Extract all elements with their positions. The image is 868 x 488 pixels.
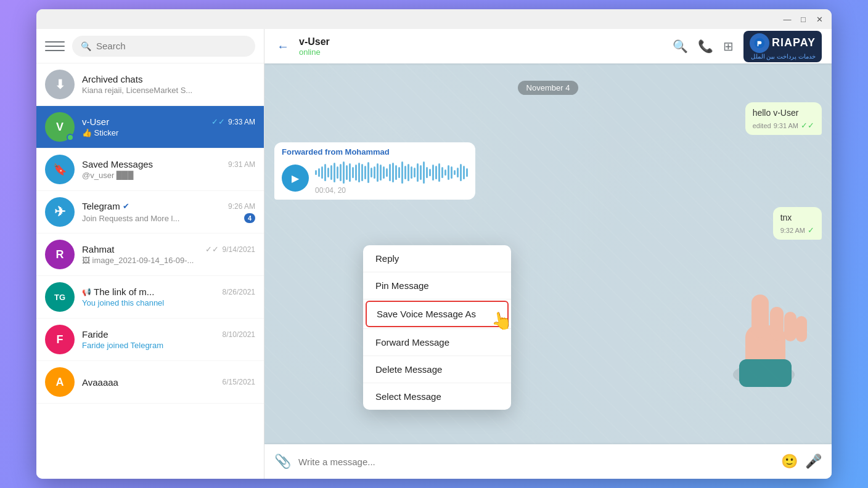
- unread-badge-telegram: 4: [244, 213, 255, 223]
- search-icon: 🔍: [81, 41, 91, 51]
- emoji-button[interactable]: 🙂: [781, 453, 798, 470]
- app-body: 🔍 ⬇ Archived chats Kiana rejaii, License…: [36, 29, 832, 479]
- chat-info-avaaaaa: Avaaaaa 6/15/2021: [82, 377, 255, 388]
- chat-preview-rahmat: 🖼 image_2021-09-14_16-09-...: [82, 256, 255, 265]
- waveform: [315, 161, 468, 184]
- message-input[interactable]: [298, 457, 774, 467]
- chat-item-avaaaaa[interactable]: A Avaaaaa 6/15/2021: [36, 361, 264, 404]
- chat-preview-vuser: 👍 Sticker: [82, 128, 255, 137]
- bubble-check-1: ✓✓: [801, 121, 814, 130]
- message-row-1: hello v-User edited 9:31 AM ✓✓: [274, 102, 822, 135]
- avatar-rahmat: R: [45, 240, 75, 269]
- chat-info-saved: Saved Messages 9:31 AM @v_user ███: [82, 159, 255, 180]
- chat-item-archived[interactable]: ⬇ Archived chats Kiana rejaii, LicenseMa…: [36, 63, 264, 106]
- bubble-1[interactable]: hello v-User edited 9:31 AM ✓✓: [745, 102, 822, 135]
- avatar-faride: F: [45, 325, 75, 354]
- riapay-subtitle: خدمات پرداخت بین الملل: [751, 53, 816, 60]
- svg-rect-5: [784, 312, 796, 341]
- chat-preview-tgchannel: You joined this channel: [82, 298, 255, 307]
- thumb-sticker: [714, 276, 813, 401]
- chat-item-telegram[interactable]: ✈ Telegram ✔ 9:26 AM Join Requests and M…: [36, 191, 264, 234]
- riapay-top: RIAPAY: [750, 33, 816, 53]
- chat-header-name: v-User: [299, 36, 665, 47]
- chat-info-telegram: Telegram ✔ 9:26 AM Join Requests and Mor…: [82, 201, 255, 223]
- bubble-2[interactable]: Forwarded from Mohammad ▶: [274, 142, 475, 200]
- date-badge: November 4: [274, 81, 822, 95]
- hamburger-button[interactable]: [45, 36, 65, 56]
- chat-item-rahmat[interactable]: R Rahmat ✓✓ 9/14/2021 🖼 image_2021-09-14…: [36, 234, 264, 276]
- chat-preview-archived: Kiana rejaii, LicenseMarket S...: [82, 86, 255, 95]
- message-row-2: Forwarded from Mohammad ▶: [274, 142, 822, 200]
- chat-item-saved[interactable]: 🔖 Saved Messages 9:31 AM @v_user ███: [36, 148, 264, 191]
- date-pill: November 4: [518, 81, 579, 95]
- call-button[interactable]: 📞: [698, 39, 713, 54]
- context-menu-reply[interactable]: Reply: [363, 245, 511, 272]
- svg-rect-4: [770, 307, 784, 341]
- chat-info-archived: Archived chats Kiana rejaii, LicenseMark…: [82, 74, 255, 95]
- search-chat-button[interactable]: 🔍: [673, 39, 688, 54]
- chat-info-vuser: v-User ✓✓ 9:33 AM 👍 Sticker: [82, 116, 255, 137]
- chat-header: ← v-User online 🔍 📞 ⊞: [264, 29, 832, 63]
- context-menu-save-voice[interactable]: Save Voice Message As 👆: [366, 301, 509, 327]
- context-menu: Reply Pin Message Save Voice Message As …: [363, 245, 511, 410]
- svg-rect-3: [751, 295, 769, 338]
- input-bar: 📎 🙂 🎤: [264, 444, 832, 479]
- bubble-text-3: tnx: [780, 213, 792, 222]
- riapay-icon: [750, 33, 769, 53]
- chat-time-tgchannel: 8/26/2021: [223, 288, 255, 296]
- avatar-saved: 🔖: [45, 155, 75, 184]
- voice-duration: 00:04, 20: [315, 186, 468, 195]
- chat-header-status: online: [299, 47, 665, 57]
- titlebar: — □ ✕: [36, 9, 832, 29]
- search-input[interactable]: [96, 41, 247, 51]
- chat-name-telegram: Telegram ✔: [82, 201, 129, 211]
- main-window: — □ ✕ 🔍 ⬇: [36, 9, 832, 479]
- chat-item-faride[interactable]: F Faride 8/10/2021 Faride joined Telegra…: [36, 319, 264, 361]
- chat-header-info: v-User online: [299, 36, 665, 57]
- context-menu-pin[interactable]: Pin Message: [363, 272, 511, 299]
- bubble-3[interactable]: tnx 9:32 AM ✓: [773, 207, 822, 240]
- chat-list: ⬇ Archived chats Kiana rejaii, LicenseMa…: [36, 63, 264, 479]
- search-box[interactable]: 🔍: [72, 36, 255, 57]
- attach-button[interactable]: 📎: [274, 453, 291, 470]
- riapay-brand-name: RIAPAY: [772, 36, 816, 49]
- chat-time-faride: 8/10/2021: [223, 330, 255, 339]
- check-rahmat: ✓✓: [205, 245, 219, 254]
- bubble-meta-3: 9:32 AM ✓: [780, 226, 814, 235]
- maximize-button[interactable]: □: [798, 14, 808, 24]
- chat-preview-faride: Faride joined Telegram: [82, 341, 255, 350]
- chat-name-vuser: v-User: [82, 116, 109, 127]
- chat-item-tgchannel[interactable]: TG 📢 The link of m... 8/26/2021 You join…: [36, 276, 264, 319]
- context-menu-divider-2: [363, 299, 511, 299]
- messages-area[interactable]: November 4 hello v-User edited 9:31 AM ✓…: [264, 63, 832, 444]
- chat-header-actions: 🔍 📞 ⊞ RIAPAY: [673, 31, 822, 62]
- avatar-vuser: V: [45, 112, 75, 142]
- forwarded-header: Forwarded from Mohammad: [282, 147, 468, 157]
- avatar-avaaaaa: A: [45, 367, 75, 397]
- context-menu-delete[interactable]: Delete Message: [363, 356, 511, 383]
- chat-info-faride: Faride 8/10/2021 Faride joined Telegram: [82, 329, 255, 350]
- chat-time-rahmat: ✓✓ 9/14/2021: [205, 245, 255, 254]
- context-menu-select[interactable]: Select Message: [363, 383, 511, 410]
- context-menu-forward[interactable]: Forward Message: [363, 329, 511, 356]
- avatar-archived: ⬇: [45, 70, 75, 99]
- chat-preview-saved: @v_user ███: [82, 171, 255, 180]
- double-check-icon-vuser: ✓✓: [211, 117, 225, 126]
- chat-item-vuser[interactable]: V v-User ✓✓ 9:33 AM 👍 Sticker: [36, 106, 264, 148]
- chat-name-saved: Saved Messages: [82, 159, 153, 169]
- view-toggle-button[interactable]: ⊞: [723, 39, 734, 54]
- minimize-button[interactable]: —: [782, 14, 792, 24]
- close-button[interactable]: ✕: [814, 14, 824, 24]
- verified-icon: ✔: [123, 201, 129, 211]
- bubble-check-3: ✓: [808, 226, 814, 235]
- avatar-telegram: ✈: [45, 197, 75, 227]
- play-button[interactable]: ▶: [282, 165, 309, 192]
- edited-label: edited: [753, 122, 771, 129]
- mic-button[interactable]: 🎤: [805, 453, 822, 470]
- chat-info-tgchannel: 📢 The link of m... 8/26/2021 You joined …: [82, 287, 255, 307]
- back-button[interactable]: ←: [274, 37, 292, 56]
- cursor-hand-icon: 👆: [489, 309, 511, 333]
- chat-name-avaaaaa: Avaaaaa: [82, 377, 118, 388]
- svg-rect-7: [739, 359, 792, 387]
- chat-name-tgchannel: 📢 The link of m...: [82, 287, 154, 297]
